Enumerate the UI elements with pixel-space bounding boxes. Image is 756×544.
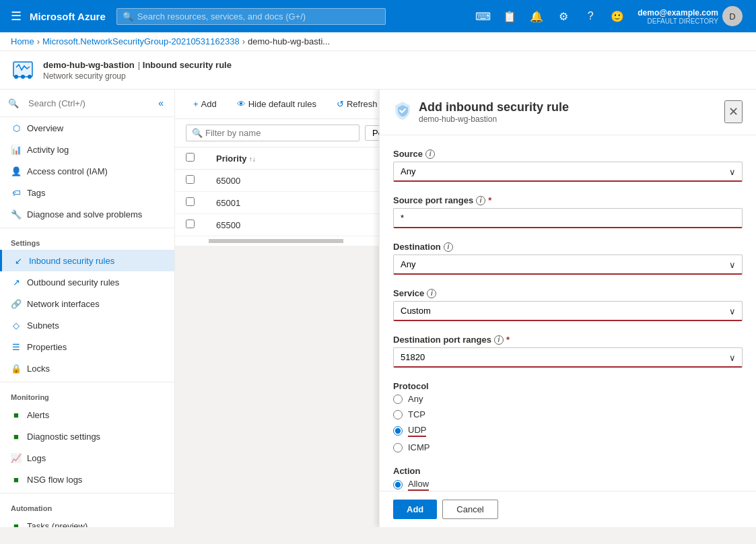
sidebar-label-locks: Locks — [27, 364, 50, 374]
svg-rect-0 — [13, 62, 32, 77]
subnets-icon: ◇ — [11, 320, 22, 331]
shield-icon — [393, 101, 412, 124]
destination-field-group: Destination i Any IP Addresses Service T… — [393, 242, 743, 275]
select-all-header[interactable] — [175, 147, 205, 170]
protocol-udp-option[interactable]: UDP — [393, 425, 743, 437]
refresh-button[interactable]: ↺ Refresh — [329, 95, 385, 113]
sidebar-item-overview[interactable]: ⬡ Overview — [0, 117, 174, 139]
cancel-button[interactable]: Cancel — [442, 500, 497, 519]
source-port-input[interactable] — [393, 208, 743, 228]
add-button[interactable]: + Add — [186, 95, 224, 113]
row-checkbox[interactable] — [186, 219, 195, 228]
protocol-icmp-label: ICMP — [408, 442, 430, 452]
breadcrumb-home[interactable]: Home — [11, 36, 34, 46]
sidebar-label-subnets: Subnets — [27, 320, 59, 331]
page-subtitle: Network security group — [43, 71, 232, 81]
destination-info-icon[interactable]: i — [444, 242, 453, 252]
protocol-tcp-option[interactable]: TCP — [393, 409, 743, 419]
sidebar-item-activity-log[interactable]: 📊 Activity log — [0, 139, 174, 160]
service-select[interactable]: Custom HTTP HTTPS RDP SSH — [393, 301, 743, 321]
panel-footer: Add Cancel — [380, 491, 756, 527]
row-checkbox-cell[interactable] — [175, 214, 205, 236]
sidebar-item-logs[interactable]: 📈 Logs — [0, 447, 174, 469]
action-allow-option[interactable]: Allow — [393, 479, 743, 491]
breadcrumb: Home › Microsoft.NetworkSecurityGroup-20… — [0, 32, 756, 51]
source-label: Source i — [393, 149, 743, 159]
action-allow-label: Allow — [408, 479, 429, 491]
sidebar-item-alerts[interactable]: ■ Alerts — [0, 404, 174, 426]
dest-port-info-icon[interactable]: i — [494, 335, 504, 345]
close-panel-button[interactable]: ✕ — [724, 100, 743, 123]
sidebar-item-diagnostic-settings[interactable]: ■ Diagnostic settings — [0, 426, 174, 447]
refresh-icon: ↺ — [337, 99, 344, 109]
outbound-rules-icon: ↗ — [11, 277, 22, 287]
svg-point-2 — [21, 75, 25, 79]
sidebar-label-logs: Logs — [27, 453, 46, 463]
sidebar-item-outbound-security-rules[interactable]: ↗ Outbound security rules — [0, 271, 174, 293]
row-checkbox[interactable] — [186, 175, 195, 184]
sidebar-item-properties[interactable]: ☰ Properties — [0, 336, 174, 358]
settings-section-label: Settings — [0, 231, 174, 250]
access-control-icon: 👤 — [11, 166, 22, 176]
help-icon[interactable]: ? — [578, 4, 603, 28]
protocol-any-radio[interactable] — [393, 395, 403, 404]
protocol-icmp-radio[interactable] — [393, 443, 403, 452]
sidebar-label-diagnose: Diagnose and solve problems — [27, 209, 142, 219]
sidebar-item-subnets[interactable]: ◇ Subnets — [0, 314, 174, 336]
sidebar-item-locks[interactable]: 🔒 Locks — [0, 358, 174, 379]
dest-port-select[interactable]: 51820 — [393, 347, 743, 368]
sidebar-label-network: Network interfaces — [27, 299, 100, 309]
overview-icon: ⬡ — [11, 123, 22, 133]
hamburger-icon[interactable]: ☰ — [8, 6, 24, 26]
sidebar-search-input[interactable] — [23, 96, 151, 111]
sidebar-item-access-control[interactable]: 👤 Access control (IAM) — [0, 160, 174, 182]
svg-point-1 — [14, 75, 18, 79]
svg-point-3 — [28, 75, 32, 79]
notifications-icon[interactable]: 🔔 — [524, 4, 549, 28]
sidebar-item-nsg-flow-logs[interactable]: ■ NSG flow logs — [0, 469, 174, 490]
source-info-icon[interactable]: i — [425, 149, 435, 159]
search-input[interactable] — [137, 11, 380, 22]
filter-input-wrap[interactable]: 🔍 — [186, 125, 359, 141]
source-select[interactable]: Any IP Addresses Service Tag Application… — [393, 162, 743, 182]
content-area: + Add 👁 Hide default rules ↺ Refresh 🔍 P… — [175, 90, 756, 527]
hide-default-rules-button[interactable]: 👁 Hide default rules — [230, 95, 324, 113]
horizontal-scrollbar[interactable] — [209, 239, 343, 243]
properties-icon: ☰ — [11, 341, 22, 352]
select-all-checkbox[interactable] — [186, 153, 195, 162]
service-info-icon[interactable]: i — [427, 289, 436, 298]
protocol-udp-radio[interactable] — [393, 426, 403, 436]
sidebar-item-inbound-security-rules[interactable]: ↙ Inbound security rules — [0, 250, 174, 271]
sidebar-item-tasks[interactable]: ■ Tasks (preview) — [0, 515, 174, 527]
row-checkbox-cell[interactable] — [175, 170, 205, 192]
protocol-icmp-option[interactable]: ICMP — [393, 442, 743, 452]
destination-select[interactable]: Any IP Addresses Service Tag Application… — [393, 254, 743, 275]
directory-icon[interactable]: 📋 — [497, 4, 522, 28]
protocol-tcp-radio[interactable] — [393, 410, 403, 419]
global-search[interactable]: 🔍 — [116, 8, 386, 25]
sidebar-item-network-interfaces[interactable]: 🔗 Network interfaces — [0, 293, 174, 314]
collapse-sidebar-btn[interactable]: « — [156, 95, 166, 111]
add-rule-button[interactable]: Add — [393, 500, 437, 519]
avatar[interactable]: D — [722, 6, 743, 26]
add-icon: + — [193, 99, 199, 109]
network-interfaces-icon: 🔗 — [11, 298, 22, 309]
row-checkbox-cell[interactable] — [175, 192, 205, 214]
user-menu[interactable]: demo@example.com DEFAULT DIRECTORY D — [632, 3, 748, 29]
feedback-icon[interactable]: 🙂 — [605, 4, 629, 28]
sidebar-item-tags[interactable]: 🏷 Tags — [0, 182, 174, 203]
source-port-info-icon[interactable]: i — [476, 196, 485, 205]
action-allow-radio[interactable] — [393, 480, 403, 489]
panel-title: Add inbound security rule — [419, 100, 569, 114]
search-icon: 🔍 — [8, 98, 19, 108]
settings-icon[interactable]: ⚙ — [551, 4, 576, 28]
sidebar-label-tasks: Tasks (preview) — [27, 521, 88, 528]
filter-input[interactable] — [205, 128, 353, 138]
breadcrumb-nsg[interactable]: Microsoft.NetworkSecurityGroup-202105311… — [42, 36, 240, 46]
action-label: Action — [393, 466, 743, 476]
protocol-any-option[interactable]: Any — [393, 394, 743, 404]
cloud-shell-icon[interactable]: ⌨ — [471, 4, 495, 28]
search-icon: 🔍 — [123, 11, 133, 22]
row-checkbox[interactable] — [186, 197, 195, 206]
sidebar-item-diagnose[interactable]: 🔧 Diagnose and solve problems — [0, 203, 174, 225]
